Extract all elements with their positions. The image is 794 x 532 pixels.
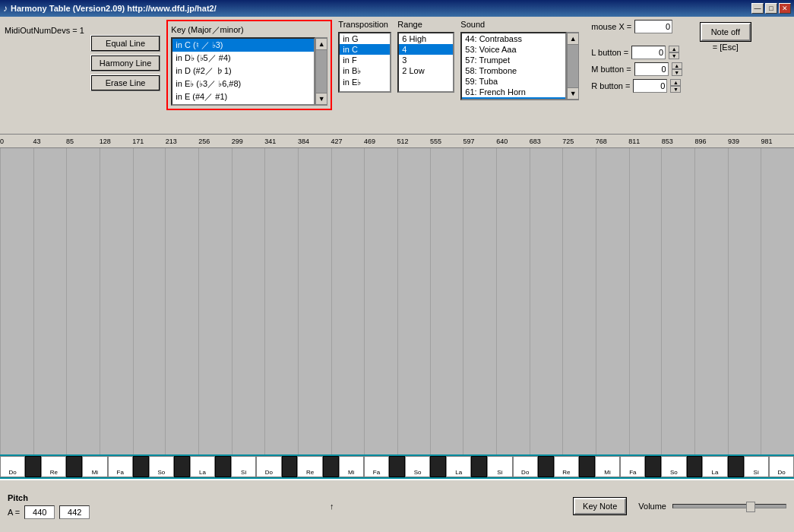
piano-white-key[interactable]: La <box>190 456 215 477</box>
minimize-button[interactable]: — <box>751 3 764 14</box>
piano-white-key[interactable]: Mi <box>339 456 364 477</box>
piano-white-key[interactable]: Do <box>769 456 794 477</box>
transposition-item[interactable]: in B♭ <box>340 65 390 77</box>
volume-slider-track[interactable] <box>672 504 786 508</box>
piano-keyboard[interactable]: DoReMiFaSoLaSiDoReMiFaSoLaSiDoReMiFaSoLa… <box>0 454 794 479</box>
sound-item[interactable]: 53: Voice Aaa <box>462 44 565 55</box>
ruler-tick: 341 <box>264 138 276 145</box>
key-note-button[interactable]: Key Note <box>574 498 626 515</box>
piano-black-key[interactable] <box>728 456 744 477</box>
piano-black-key[interactable] <box>471 456 487 477</box>
grid-line <box>198 148 199 454</box>
pitch-input-2[interactable] <box>59 505 90 519</box>
pitch-input-1[interactable] <box>24 505 55 519</box>
piano-black-key[interactable] <box>66 456 82 477</box>
key-list-item[interactable]: in E♭ (♭3／ ♭6,#8) <box>172 78 314 90</box>
range-item[interactable]: 2 Low <box>399 65 453 76</box>
l-spin-down[interactable]: ▼ <box>669 52 679 59</box>
scroll-down-arrow[interactable]: ▼ <box>315 93 327 105</box>
piano-white-key[interactable]: Do <box>256 456 281 477</box>
key-list-item[interactable]: in F (♭1／ ♭4) <box>172 103 314 106</box>
volume-section: Volume <box>638 502 786 511</box>
m-spin-down[interactable]: ▼ <box>672 69 682 76</box>
transposition-item[interactable]: in G <box>340 33 390 44</box>
piano-white-key[interactable]: So <box>149 456 174 477</box>
volume-slider-thumb[interactable] <box>746 502 755 512</box>
piano-white-key[interactable]: La <box>446 456 471 477</box>
l-button-input[interactable] <box>631 46 666 59</box>
piano-black-key[interactable] <box>538 456 554 477</box>
l-spin-up[interactable]: ▲ <box>669 46 679 52</box>
key-list-item[interactable]: in E (#4／ #1) <box>172 90 314 103</box>
key-listbox[interactable]: in C (♮ ／ ♭3)in D♭ (♭5／ #4)in D (#2／ ♭1)… <box>171 37 315 106</box>
key-list-item[interactable]: in D (#2／ ♭1) <box>172 65 314 78</box>
r-spin-up[interactable]: ▲ <box>670 79 681 86</box>
piano-white-key[interactable]: Re <box>554 456 579 477</box>
piano-black-key[interactable] <box>25 456 41 477</box>
ruler-tick: 811 <box>628 138 640 145</box>
close-button[interactable]: ✕ <box>779 3 791 14</box>
r-spin-down[interactable]: ▼ <box>670 86 681 93</box>
sound-item[interactable]: 59: Tuba <box>462 76 565 87</box>
piano-white-key[interactable]: Fa <box>108 456 133 477</box>
grid-line <box>165 148 166 454</box>
transposition-listbox[interactable]: in Gin Cin Fin B♭in E♭ <box>338 32 391 93</box>
transposition-item[interactable]: in E♭ <box>340 77 390 88</box>
piano-black-key[interactable] <box>687 456 703 477</box>
sound-item[interactable]: 57: Trumpet <box>462 55 565 65</box>
sound-item[interactable]: 58: Trombone <box>462 65 565 76</box>
piano-white-key[interactable]: So <box>405 456 430 477</box>
sound-listbox[interactable]: 44: Contrabass53: Voice Aaa57: Trumpet58… <box>460 32 567 100</box>
piano-white-key[interactable]: Mi <box>82 456 107 477</box>
sound-item[interactable]: 65: Soprano Sax <box>462 97 565 100</box>
pitch-row: A = <box>8 505 90 519</box>
harmony-line-button[interactable]: Harmony Line <box>90 55 160 71</box>
key-list-item[interactable]: in D♭ (♭5／ #4) <box>172 52 314 65</box>
m-button-input[interactable] <box>634 62 669 76</box>
range-item[interactable]: 6 High <box>399 33 453 44</box>
ruler-tick: 683 <box>530 138 541 145</box>
piano-white-key[interactable]: La <box>702 456 727 477</box>
piano-white-key[interactable]: Do <box>513 456 538 477</box>
piano-black-key[interactable] <box>389 456 405 477</box>
piano-black-key[interactable] <box>282 456 298 477</box>
piano-white-key[interactable]: Mi <box>595 456 620 477</box>
sound-scroll-down[interactable]: ▼ <box>567 87 579 100</box>
piano-white-key[interactable]: Re <box>41 456 66 477</box>
maximize-button[interactable]: □ <box>765 3 777 14</box>
piano-black-key[interactable] <box>133 456 149 477</box>
piano-white-key[interactable]: So <box>661 456 686 477</box>
m-spin-up[interactable]: ▲ <box>672 62 682 69</box>
erase-line-button[interactable]: Erase Line <box>90 74 160 91</box>
transposition-item[interactable]: in C <box>340 44 390 55</box>
equal-line-button[interactable]: Equal Line <box>90 35 160 52</box>
range-item[interactable]: 3 <box>399 55 453 65</box>
piano-white-key[interactable]: Fa <box>620 456 645 477</box>
key-list-item[interactable]: in C (♮ ／ ♭3) <box>172 39 314 52</box>
piano-black-key[interactable] <box>645 456 661 477</box>
mouse-x-input[interactable] <box>634 20 672 33</box>
piano-white-key[interactable]: Re <box>297 456 322 477</box>
sound-scroll-up[interactable]: ▲ <box>567 33 579 45</box>
piano-white-key[interactable]: Si <box>231 456 256 477</box>
piano-black-key[interactable] <box>579 456 595 477</box>
piano-black-key[interactable] <box>323 456 339 477</box>
transposition-item[interactable]: in F <box>340 55 390 65</box>
piano-white-key[interactable]: Fa <box>364 456 389 477</box>
piano-black-key[interactable] <box>215 456 231 477</box>
grid-line <box>661 148 662 454</box>
piano-white-key[interactable]: Si <box>487 456 512 477</box>
scroll-up-arrow[interactable]: ▲ <box>315 38 327 50</box>
sound-title: Sound <box>460 20 579 29</box>
sound-item[interactable]: 44: Contrabass <box>462 33 565 44</box>
piano-black-key[interactable] <box>174 456 190 477</box>
piano-black-key[interactable] <box>430 456 446 477</box>
sound-item[interactable]: 61: French Horn <box>462 87 565 97</box>
r-button-input[interactable] <box>633 79 667 93</box>
piano-white-key[interactable]: Si <box>744 456 769 477</box>
note-off-button[interactable]: Note off <box>701 23 751 41</box>
range-listbox[interactable]: 6 High432 Low <box>397 32 454 93</box>
range-item[interactable]: 4 <box>399 44 453 55</box>
piano-white-key[interactable]: Do <box>0 456 25 477</box>
canvas-area[interactable] <box>0 148 794 454</box>
